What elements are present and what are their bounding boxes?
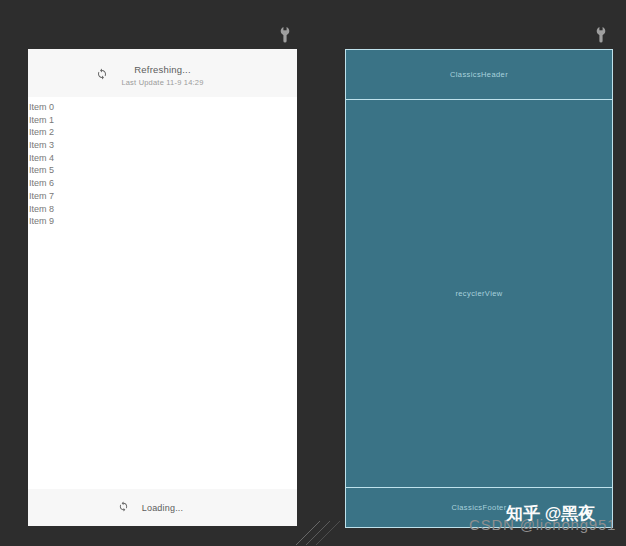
blueprint-recycler-view[interactable]: recyclerView <box>346 100 612 487</box>
refresh-status-label: Refreshing... <box>28 64 297 75</box>
loading-label: Loading... <box>28 503 297 513</box>
list-item[interactable]: Item 0 <box>28 101 297 114</box>
last-update-label: Last Update 11-9 14:29 <box>28 78 297 87</box>
wrench-icon[interactable] <box>280 26 290 43</box>
design-surface: Refreshing... Last Update 11-9 14:29 Ite… <box>0 0 626 546</box>
refresh-header[interactable]: Refreshing... Last Update 11-9 14:29 <box>28 49 297 97</box>
refresh-header-text: Refreshing... Last Update 11-9 14:29 <box>28 64 297 87</box>
recycler-view-label: recyclerView <box>455 289 502 298</box>
classics-footer-label: ClassicsFooter <box>451 503 506 512</box>
list-item[interactable]: Item 9 <box>28 215 297 228</box>
list-item[interactable]: Item 4 <box>28 152 297 165</box>
rendered-preview-screen[interactable]: Refreshing... Last Update 11-9 14:29 Ite… <box>28 49 297 526</box>
blueprint-classics-header[interactable]: ClassicsHeader <box>346 50 612 100</box>
load-more-footer[interactable]: Loading... <box>28 489 297 526</box>
resize-grip[interactable] <box>292 517 342 546</box>
list-item[interactable]: Item 7 <box>28 190 297 203</box>
zhihu-watermark: 知乎 @黑夜 <box>506 502 595 525</box>
list-item[interactable]: Item 8 <box>28 203 297 216</box>
list-item[interactable]: Item 2 <box>28 126 297 139</box>
item-list[interactable]: Item 0 Item 1 Item 2 Item 3 Item 4 Item … <box>28 97 297 228</box>
classics-header-label: ClassicsHeader <box>450 70 508 79</box>
list-item[interactable]: Item 5 <box>28 164 297 177</box>
blueprint-preview-screen[interactable]: ClassicsHeader recyclerView ClassicsFoot… <box>345 49 613 528</box>
list-item[interactable]: Item 1 <box>28 114 297 127</box>
list-item[interactable]: Item 6 <box>28 177 297 190</box>
wrench-icon[interactable] <box>596 26 606 43</box>
list-item[interactable]: Item 3 <box>28 139 297 152</box>
